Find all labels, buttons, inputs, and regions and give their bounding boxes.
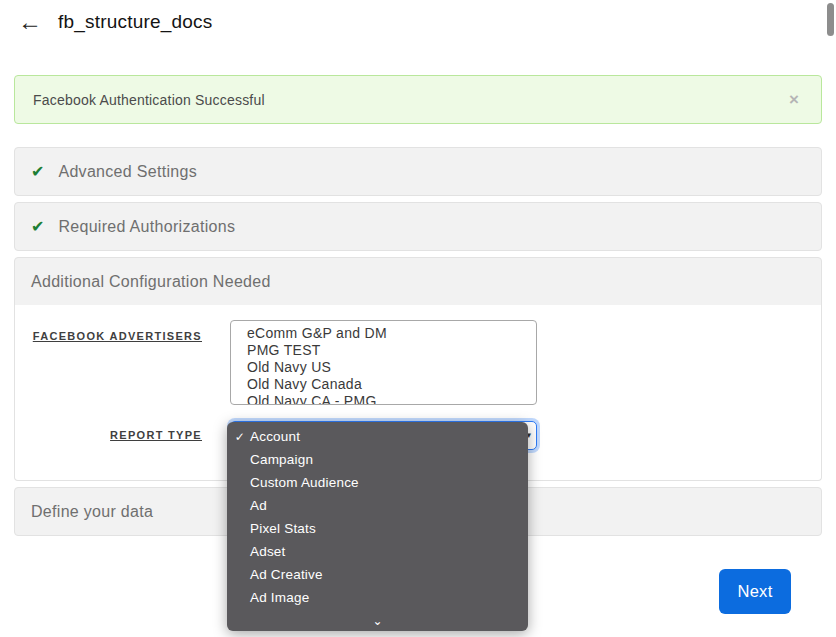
check-icon: ✔ — [31, 219, 44, 235]
advertiser-option[interactable]: eComm G&P and DM — [247, 325, 536, 342]
section-label: Required Authorizations — [58, 218, 235, 236]
report-type-option[interactable]: ✓ Adset — [227, 540, 528, 563]
report-type-option[interactable]: ✓ Ad Creative — [227, 563, 528, 586]
section-advanced-settings[interactable]: ✔ Advanced Settings — [14, 147, 822, 196]
report-type-option[interactable]: ✓ Pixel Stats — [227, 517, 528, 540]
section-label: Additional Configuration Needed — [31, 273, 271, 291]
page-header: ← fb_structure_docs — [18, 10, 212, 34]
report-type-option[interactable]: ✓ Ad — [227, 494, 528, 517]
section-required-authorizations[interactable]: ✔ Required Authorizations — [14, 202, 822, 251]
success-banner: Facebook Authentication Successful × — [14, 75, 822, 124]
advertiser-option[interactable]: Old Navy US — [247, 359, 536, 376]
check-icon: ✓ — [230, 430, 250, 444]
listbox-scrollbar[interactable] — [827, 3, 834, 36]
report-type-dropdown-menu: ✓ Account ✓ Campaign ✓ Custom Audience ✓… — [227, 422, 528, 631]
report-type-option[interactable]: ✓ Ad Image — [227, 586, 528, 609]
next-button[interactable]: Next — [719, 569, 791, 614]
report-type-option[interactable]: ✓ Campaign — [227, 448, 528, 471]
facebook-advertisers-label: FACEBOOK ADVERTISERS — [20, 330, 202, 342]
facebook-advertisers-listbox[interactable]: eComm G&P and DMPMG TESTOld Navy USOld N… — [230, 320, 537, 405]
close-icon[interactable]: × — [789, 90, 803, 110]
success-banner-message: Facebook Authentication Successful — [33, 92, 789, 108]
report-type-option[interactable]: ✓ Account — [227, 425, 528, 448]
section-label: Define your data — [31, 503, 153, 521]
wizard-page: ← fb_structure_docs Facebook Authenticat… — [0, 0, 836, 637]
section-label: Advanced Settings — [58, 163, 197, 181]
page-title: fb_structure_docs — [58, 11, 212, 33]
section-additional-configuration[interactable]: Additional Configuration Needed — [14, 257, 822, 306]
advertiser-option[interactable]: Old Navy Canada — [247, 376, 536, 393]
advertiser-option[interactable]: PMG TEST — [247, 342, 536, 359]
advertiser-option[interactable]: Old Navy CA - PMG — [247, 393, 536, 405]
check-icon: ✔ — [31, 164, 44, 180]
report-type-label: REPORT TYPE — [20, 429, 202, 441]
report-type-option[interactable]: ✓ Custom Audience — [227, 471, 528, 494]
chevron-down-icon[interactable]: ⌄ — [227, 615, 528, 627]
back-arrow-icon[interactable]: ← — [18, 10, 42, 34]
